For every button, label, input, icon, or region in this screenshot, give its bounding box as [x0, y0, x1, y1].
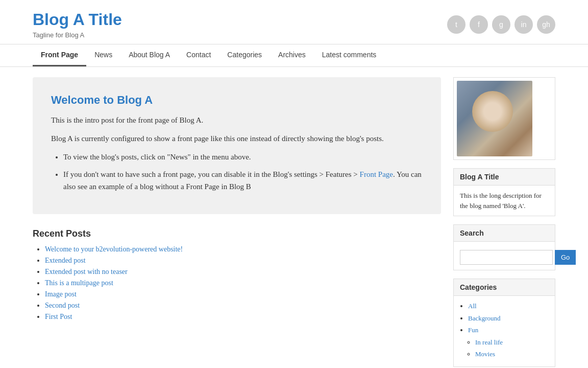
list-item: All	[468, 301, 549, 311]
welcome-bullet-2: If you don't want to have such a front p…	[63, 168, 423, 193]
site-branding: Blog A Title Tagline for Blog A	[33, 10, 122, 39]
post-link-second[interactable]: Second post	[45, 302, 80, 309]
post-link-multipage[interactable]: This is a multipage post	[45, 279, 113, 287]
recent-posts-list: Welcome to your b2evolution-powered webs…	[45, 245, 441, 321]
categories-widget-body: All Background Fun In real life Movies	[454, 296, 555, 366]
list-item: In real life	[475, 337, 549, 348]
welcome-body: Blog A is currently configured to show a…	[51, 132, 423, 145]
post-link-image[interactable]: Image post	[45, 290, 77, 298]
category-movies[interactable]: Movies	[475, 350, 495, 358]
social-icons-container: t f g in gh	[447, 15, 555, 34]
recent-posts-title: Recent Posts	[33, 228, 441, 239]
categories-sublist: In real life Movies	[475, 337, 549, 359]
nav-item-front-page[interactable]: Front Page	[33, 44, 86, 66]
nav-item-latest-comments[interactable]: Latest comments	[314, 44, 385, 66]
blog-title-widget-title: Blog A Title	[454, 169, 555, 186]
github-icon[interactable]: gh	[537, 15, 555, 34]
list-item: Extended post	[45, 257, 441, 265]
nav-item-contact[interactable]: Contact	[178, 44, 219, 66]
post-link-first[interactable]: First Post	[45, 313, 72, 320]
list-item: Image post	[45, 290, 441, 298]
list-item: Movies	[475, 349, 549, 359]
post-link-extended[interactable]: Extended post	[45, 257, 86, 264]
welcome-bullet-1: To view the blog's posts, click on "News…	[63, 151, 423, 163]
category-all[interactable]: All	[468, 302, 477, 310]
twitter-icon[interactable]: t	[447, 15, 465, 34]
google-icon[interactable]: g	[492, 15, 510, 34]
main-content: Welcome to Blog A This is the intro post…	[33, 77, 441, 368]
blog-title-widget: Blog A Title This is the long descriptio…	[453, 168, 555, 216]
post-link-welcome[interactable]: Welcome to your b2evolution-powered webs…	[45, 245, 183, 253]
nav-item-about-blog-a[interactable]: About Blog A	[120, 44, 178, 66]
linkedin-icon[interactable]: in	[514, 15, 533, 34]
blog-title-widget-body: This is the long description for the blo…	[454, 186, 555, 216]
categories-widget: Categories All Background Fun In real li…	[453, 279, 555, 367]
sidebar-photo-widget	[453, 77, 555, 160]
welcome-bullets: To view the blog's posts, click on "News…	[63, 151, 423, 193]
category-background[interactable]: Background	[468, 314, 501, 322]
main-nav: Front Page News About Blog A Contact Cat…	[0, 44, 588, 67]
sidebar: Blog A Title This is the long descriptio…	[453, 77, 555, 368]
nav-item-archives[interactable]: Archives	[270, 44, 314, 66]
nav-item-news[interactable]: News	[86, 44, 120, 66]
search-input[interactable]	[460, 250, 553, 265]
list-item: Extended post with no teaser	[45, 268, 441, 276]
list-item: Fun In real life Movies	[468, 325, 549, 359]
list-item: Background	[468, 313, 549, 324]
category-fun[interactable]: Fun	[468, 326, 478, 334]
site-tagline: Tagline for Blog A	[33, 31, 122, 39]
search-button[interactable]: Go	[555, 250, 576, 265]
welcome-intro: This is the intro post for the front pag…	[51, 114, 423, 126]
welcome-box: Welcome to Blog A This is the intro post…	[33, 77, 441, 214]
search-widget: Search Go	[453, 224, 555, 270]
sidebar-photo	[457, 81, 532, 156]
list-item: This is a multipage post	[45, 279, 441, 287]
search-row: Go	[460, 250, 549, 265]
welcome-title: Welcome to Blog A	[51, 94, 423, 107]
site-title: Blog A Title	[33, 10, 122, 29]
facebook-icon[interactable]: f	[470, 15, 488, 34]
post-link-extended-no-teaser[interactable]: Extended post with no teaser	[45, 268, 128, 275]
list-item: Welcome to your b2evolution-powered webs…	[45, 245, 441, 254]
recent-posts-section: Recent Posts Welcome to your b2evolution…	[33, 228, 441, 321]
categories-widget-title: Categories	[454, 279, 555, 296]
list-item: Second post	[45, 302, 441, 310]
category-in-real-life[interactable]: In real life	[475, 338, 503, 346]
main-layout: Welcome to Blog A This is the intro post…	[0, 67, 588, 368]
nav-item-categories[interactable]: Categories	[219, 44, 270, 66]
search-widget-body: Go	[454, 242, 555, 270]
front-page-link[interactable]: Front Page	[360, 170, 393, 178]
search-widget-title: Search	[454, 225, 555, 242]
categories-list: All Background Fun In real life Movies	[468, 301, 549, 359]
list-item: First Post	[45, 313, 441, 321]
page-header: Blog A Title Tagline for Blog A t f g in…	[0, 0, 588, 44]
